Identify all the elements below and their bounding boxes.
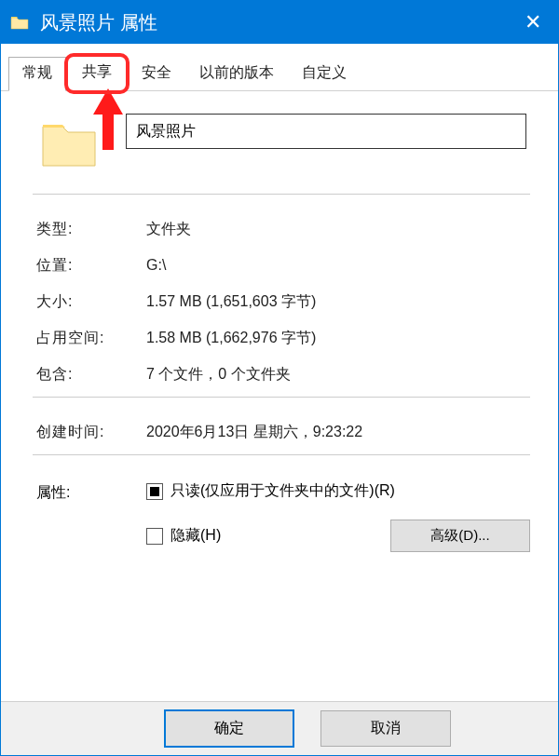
separator (33, 454, 530, 455)
close-button[interactable]: ✕ (517, 10, 549, 34)
separator (33, 397, 530, 398)
window-title: 风景照片 属性 (40, 10, 517, 35)
tab-sharing[interactable]: 共享 (68, 57, 126, 90)
label-size-on-disk: 占用空间: (36, 329, 146, 348)
tab-previous-versions[interactable]: 以前的版本 (185, 57, 288, 90)
label-created: 创建时间: (36, 423, 146, 442)
readonly-label: 只读(仅应用于文件夹中的文件)(R) (170, 481, 395, 501)
label-size: 大小: (36, 292, 146, 312)
label-location: 位置: (36, 256, 146, 276)
folder-name-input[interactable] (126, 114, 526, 149)
cancel-button[interactable]: 取消 (320, 710, 451, 747)
ok-button[interactable]: 确定 (164, 709, 294, 748)
tab-security[interactable]: 安全 (128, 57, 185, 90)
label-type: 类型: (36, 220, 146, 239)
value-location: G:\ (146, 257, 530, 274)
value-size: 1.57 MB (1,651,603 字节) (146, 292, 530, 312)
tab-custom[interactable]: 自定义 (288, 57, 361, 90)
tab-general[interactable]: 常规 (8, 57, 66, 91)
dialog-button-bar: 确定 取消 (1, 701, 558, 755)
value-type: 文件夹 (146, 220, 530, 239)
tab-content-general: 类型: 文件夹 位置: G:\ 大小: 1.57 MB (1,651,603 字… (1, 91, 558, 561)
label-attributes: 属性: (36, 481, 146, 503)
tab-strip: 常规 共享 安全 以前的版本 自定义 (1, 44, 558, 91)
titlebar: 风景照片 属性 ✕ (1, 1, 558, 44)
value-contains: 7 个文件，0 个文件夹 (146, 365, 530, 385)
value-created: 2020年6月13日 星期六，9:23:22 (146, 423, 530, 442)
hidden-label: 隐藏(H) (170, 526, 221, 546)
folder-large-icon (40, 117, 98, 171)
folder-icon (10, 15, 29, 30)
value-size-on-disk: 1.58 MB (1,662,976 字节) (146, 329, 530, 348)
advanced-button[interactable]: 高级(D)... (390, 520, 530, 552)
label-contains: 包含: (36, 365, 146, 385)
hidden-checkbox[interactable] (146, 528, 163, 545)
separator (33, 194, 530, 195)
readonly-checkbox[interactable] (146, 483, 163, 500)
